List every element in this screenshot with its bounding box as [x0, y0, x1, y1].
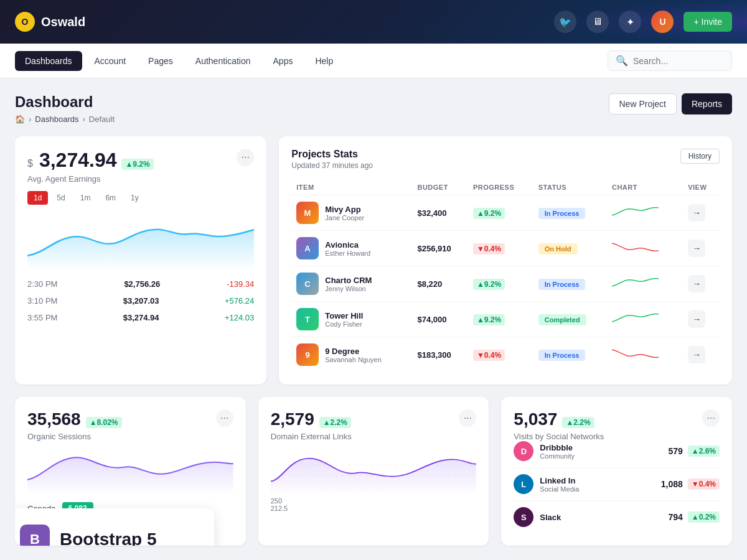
- projects-table: ITEM BUDGET PROGRESS STATUS CHART VIEW: [291, 180, 720, 372]
- data-row-3: 3:55 PM $3,274.94 +124.03: [27, 309, 254, 326]
- proj-budget: $183,300: [412, 337, 467, 373]
- earnings-header: $ 3,274.94 ▲9.2% Avg. Agent Earnings: [27, 149, 154, 184]
- breadcrumb-home-icon: 🏠: [15, 114, 25, 124]
- proj-view-button[interactable]: →: [688, 310, 705, 328]
- svg-text:9: 9: [306, 350, 310, 360]
- proj-chart: [607, 195, 683, 231]
- proj-view-button[interactable]: →: [688, 346, 705, 363]
- proj-view[interactable]: →: [683, 266, 720, 302]
- projects-stats-card: Projects Stats Updated 37 minutes ago Hi…: [279, 136, 732, 385]
- organic-amount: 35,568: [27, 409, 81, 429]
- social-item: D Dribbble Community 579 ▲2.6%: [514, 441, 720, 467]
- earnings-more-button[interactable]: ···: [237, 149, 254, 166]
- proj-avatar: M: [296, 202, 319, 224]
- earnings-label: Avg. Agent Earnings: [27, 174, 154, 184]
- logo-area[interactable]: O Oswald: [15, 12, 85, 32]
- proj-view[interactable]: →: [683, 195, 720, 231]
- page-title-section: Dashboard 🏠 › Dashboards › Default: [15, 93, 115, 124]
- social-header: 5,037 ▲2.2% Visits by Social Networks ··…: [514, 409, 720, 441]
- col-progress: PROGRESS: [468, 180, 533, 195]
- projects-subtitle: Updated 37 minutes ago: [291, 161, 373, 170]
- user-avatar[interactable]: U: [651, 11, 674, 33]
- social-amount: 5,037: [514, 409, 557, 429]
- breadcrumb-default: Default: [89, 114, 115, 124]
- proj-item-cell: C Charto CRM Jenny Wilson: [291, 266, 412, 302]
- social-item: S Slack 794 ▲0.2%: [514, 500, 720, 533]
- social-more-button[interactable]: ···: [702, 409, 720, 427]
- proj-status: In Process: [533, 266, 607, 302]
- search-box[interactable]: 🔍: [608, 50, 732, 71]
- row3-time: 3:55 PM: [27, 313, 57, 322]
- social-label: Visits by Social Networks: [514, 432, 604, 441]
- row3-amount: $3,274.94: [123, 313, 159, 322]
- nav-icon-share[interactable]: ✦: [619, 11, 641, 33]
- row2-change: +576.24: [225, 296, 254, 306]
- proj-avatar: T: [296, 308, 319, 330]
- earnings-prefix: $: [27, 158, 33, 169]
- search-input[interactable]: [633, 56, 724, 66]
- proj-avatar: A: [296, 237, 319, 259]
- proj-item-cell: M Mivy App Jane Cooper: [291, 195, 412, 231]
- data-row-1: 2:30 PM $2,756.26 -139.34: [27, 276, 254, 292]
- proj-progress: ▼0.4%: [468, 337, 533, 373]
- bottom-grid: 35,568 ▲8.02% Organic Sessions ···: [15, 397, 732, 546]
- history-button[interactable]: History: [680, 149, 720, 164]
- nav-dashboards[interactable]: Dashboards: [15, 51, 82, 71]
- organic-badge: ▲8.02%: [86, 417, 122, 428]
- nav-apps[interactable]: Apps: [263, 51, 303, 71]
- bootstrap-text: Bootstrap 5: [60, 530, 157, 546]
- organic-more-button[interactable]: ···: [216, 409, 233, 427]
- col-view: VIEW: [683, 180, 720, 195]
- proj-chart: [607, 302, 683, 337]
- time-btn-1m[interactable]: 1m: [74, 191, 97, 205]
- nav-authentication[interactable]: Authentication: [186, 51, 261, 71]
- proj-avatar: 9: [296, 343, 319, 366]
- time-btn-1d[interactable]: 1d: [27, 191, 48, 205]
- col-budget: BUDGET: [412, 180, 467, 195]
- svg-text:T: T: [305, 315, 310, 324]
- time-btn-6m[interactable]: 6m: [99, 191, 122, 205]
- nav-pages[interactable]: Pages: [138, 51, 183, 71]
- breadcrumb-dashboards[interactable]: Dashboards: [35, 114, 78, 124]
- proj-progress: ▲9.2%: [468, 195, 533, 231]
- time-btn-5d[interactable]: 5d: [50, 191, 71, 205]
- nav-account[interactable]: Account: [85, 51, 136, 71]
- proj-view-button[interactable]: →: [688, 204, 705, 222]
- proj-chart: [607, 231, 683, 266]
- proj-view[interactable]: →: [683, 302, 720, 337]
- row1-amount: $2,756.26: [124, 279, 160, 289]
- nav-icon-bird[interactable]: 🐦: [554, 11, 576, 33]
- social-item: L Linked In Social Media 1,088 ▼0.4%: [514, 467, 720, 500]
- proj-progress: ▲9.2%: [468, 266, 533, 302]
- proj-budget: $32,400: [412, 195, 467, 231]
- social-icon-1: L: [514, 474, 533, 494]
- proj-item-cell: A Avionica Esther Howard: [291, 231, 412, 266]
- proj-status: On Hold: [533, 231, 607, 266]
- proj-view-button[interactable]: →: [688, 275, 705, 292]
- domain-metrics: 2,579 ▲2.2% Domain External Links: [271, 409, 352, 441]
- invite-button[interactable]: + Invite: [684, 12, 732, 32]
- projects-header: Projects Stats Updated 37 minutes ago Hi…: [291, 149, 720, 170]
- domain-more-button[interactable]: ···: [459, 409, 476, 427]
- proj-chart: [607, 337, 683, 373]
- new-project-button[interactable]: New Project: [609, 93, 677, 114]
- proj-item-cell: T Tower Hill Cody Fisher: [291, 302, 412, 337]
- time-filters: 1d 5d 1m 6m 1y: [27, 191, 254, 205]
- col-item: ITEM: [291, 180, 412, 195]
- reports-button[interactable]: Reports: [682, 93, 732, 114]
- organic-metrics: 35,568 ▲8.02% Organic Sessions: [27, 409, 122, 441]
- time-btn-1y[interactable]: 1y: [125, 191, 145, 205]
- domain-chart-label-250: 250: [271, 497, 477, 505]
- organic-header: 35,568 ▲8.02% Organic Sessions ···: [27, 409, 233, 441]
- proj-view[interactable]: →: [683, 231, 720, 266]
- domain-amount: 2,579: [271, 409, 314, 429]
- proj-view-button[interactable]: →: [688, 240, 705, 257]
- nav-help[interactable]: Help: [305, 51, 343, 71]
- row2-amount: $3,207.03: [123, 296, 159, 306]
- nav-icon-monitor[interactable]: 🖥: [586, 11, 609, 33]
- proj-view[interactable]: →: [683, 337, 720, 373]
- svg-text:M: M: [304, 208, 311, 218]
- proj-item-cell: 9 9 Degree Savannah Nguyen: [291, 337, 412, 373]
- col-status: STATUS: [533, 180, 607, 195]
- domain-chart: [271, 449, 477, 492]
